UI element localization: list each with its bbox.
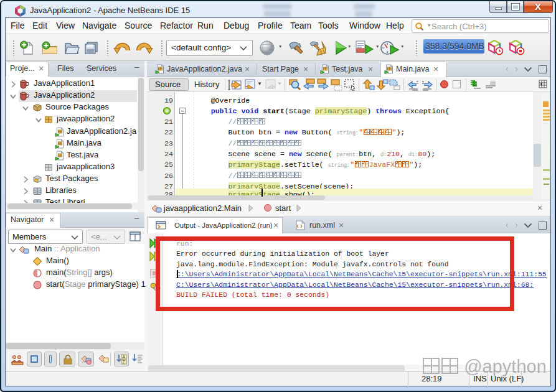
svg-text:A: A [123,355,126,359]
svg-text:Z: Z [123,360,125,364]
